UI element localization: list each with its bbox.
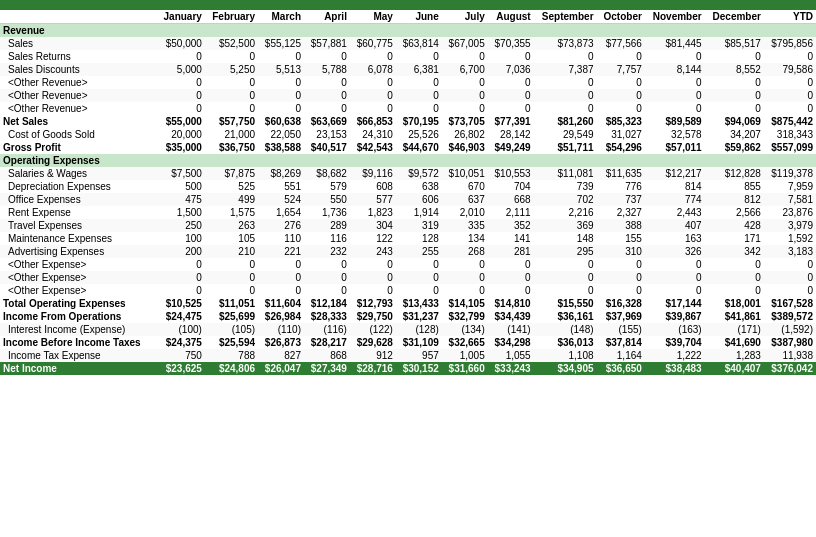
col-header-february: February	[205, 10, 258, 24]
cell-6: 0	[442, 50, 488, 63]
table-row: Sales Discounts5,0005,2505,5135,7886,078…	[0, 63, 816, 76]
cell-2: 524	[258, 193, 304, 206]
cell-7: $10,553	[488, 167, 534, 180]
cell-5: 255	[396, 245, 442, 258]
cell-8: 0	[534, 76, 597, 89]
cell-3: 0	[304, 50, 350, 63]
row-label: Gross Profit	[0, 141, 157, 154]
cell-6: $67,005	[442, 37, 488, 50]
row-label: Sales Returns	[0, 50, 157, 63]
cell-4: 6,078	[350, 63, 396, 76]
cell-5: 319	[396, 219, 442, 232]
cell-11: 2,566	[705, 206, 764, 219]
cell-11: $41,690	[705, 336, 764, 349]
cell-4: 24,310	[350, 128, 396, 141]
cell-3: $63,669	[304, 115, 350, 128]
cell-4: 0	[350, 89, 396, 102]
cell-7: 1,055	[488, 349, 534, 362]
cell-3: 0	[304, 284, 350, 297]
cell-6: 26,802	[442, 128, 488, 141]
cell-8: 0	[534, 284, 597, 297]
col-header-october: October	[597, 10, 645, 24]
cell-5: $9,572	[396, 167, 442, 180]
cell-9: $11,635	[597, 167, 645, 180]
cell-8: 148	[534, 232, 597, 245]
cell-5: $63,814	[396, 37, 442, 50]
cell-3: $28,217	[304, 336, 350, 349]
row-label: Total Operating Expenses	[0, 297, 157, 310]
cell-0: (100)	[157, 323, 205, 336]
cell-3: $28,333	[304, 310, 350, 323]
col-header-july: July	[442, 10, 488, 24]
cell-3: 1,736	[304, 206, 350, 219]
cell-4: 0	[350, 76, 396, 89]
cell-0: $50,000	[157, 37, 205, 50]
cell-4: 577	[350, 193, 396, 206]
cell-9: 0	[597, 50, 645, 63]
cell-5: 6,381	[396, 63, 442, 76]
cell-0: $35,000	[157, 141, 205, 154]
cell-7: 704	[488, 180, 534, 193]
cell-3: 0	[304, 89, 350, 102]
table-row: Income From Operations$24,475$25,699$26,…	[0, 310, 816, 323]
cell-3: $40,517	[304, 141, 350, 154]
cell-3: 116	[304, 232, 350, 245]
cell-10: 163	[645, 232, 705, 245]
cell-7: 0	[488, 50, 534, 63]
row-label: <Other Expense>	[0, 271, 157, 284]
cell-11: 342	[705, 245, 764, 258]
row-label: <Other Expense>	[0, 284, 157, 297]
cell-12: $119,378	[764, 167, 816, 180]
row-label: Advertising Expenses	[0, 245, 157, 258]
cell-7: $34,298	[488, 336, 534, 349]
cell-10: $81,445	[645, 37, 705, 50]
cell-11: 0	[705, 50, 764, 63]
cell-12: 0	[764, 284, 816, 297]
cell-4: (122)	[350, 323, 396, 336]
col-header-march: March	[258, 10, 304, 24]
cell-10: $38,483	[645, 362, 705, 375]
cell-8: 1,108	[534, 349, 597, 362]
cell-2: 1,654	[258, 206, 304, 219]
cell-8: 0	[534, 50, 597, 63]
row-label: Income From Operations	[0, 310, 157, 323]
cell-3: (116)	[304, 323, 350, 336]
cell-10: 2,443	[645, 206, 705, 219]
cell-0: $55,000	[157, 115, 205, 128]
cell-7: 352	[488, 219, 534, 232]
cell-2: 5,513	[258, 63, 304, 76]
cell-6: 0	[442, 102, 488, 115]
cell-10: $89,589	[645, 115, 705, 128]
cell-5: 0	[396, 50, 442, 63]
cell-4: 304	[350, 219, 396, 232]
cell-9: $54,296	[597, 141, 645, 154]
cell-7: 0	[488, 76, 534, 89]
cell-11: 171	[705, 232, 764, 245]
cell-7: (141)	[488, 323, 534, 336]
cell-11: 0	[705, 258, 764, 271]
cell-10: 326	[645, 245, 705, 258]
cell-6: $14,105	[442, 297, 488, 310]
table-row: Gross Profit$35,000$36,750$38,588$40,517…	[0, 141, 816, 154]
cell-1: $7,875	[205, 167, 258, 180]
cell-10: 0	[645, 50, 705, 63]
cell-12: 3,183	[764, 245, 816, 258]
cell-11: 855	[705, 180, 764, 193]
table-row: <Other Revenue>0000000000000	[0, 89, 816, 102]
cell-11: 428	[705, 219, 764, 232]
cell-8: $81,260	[534, 115, 597, 128]
cell-1: 5,250	[205, 63, 258, 76]
cell-10: 814	[645, 180, 705, 193]
cell-2: $38,588	[258, 141, 304, 154]
table-row: Advertising Expenses20021022123224325526…	[0, 245, 816, 258]
cell-1: 788	[205, 349, 258, 362]
cell-11: $94,069	[705, 115, 764, 128]
cell-11: 812	[705, 193, 764, 206]
col-header-january: January	[157, 10, 205, 24]
cell-6: $32,665	[442, 336, 488, 349]
cell-2: 0	[258, 258, 304, 271]
cell-0: 750	[157, 349, 205, 362]
cell-9: 31,027	[597, 128, 645, 141]
table-row: Net Sales$55,000$57,750$60,638$63,669$66…	[0, 115, 816, 128]
table-row: Maintenance Expenses10010511011612212813…	[0, 232, 816, 245]
